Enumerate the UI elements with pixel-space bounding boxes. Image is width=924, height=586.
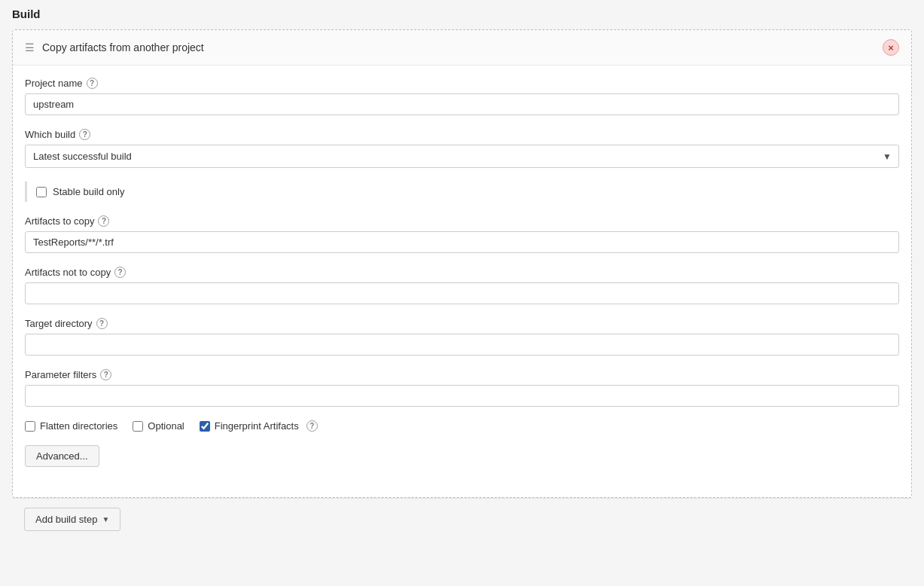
which-build-label: Which build ? [25, 129, 899, 140]
card-header: ☰ Copy artifacts from another project × [13, 30, 911, 66]
optional-checkbox[interactable] [133, 421, 143, 432]
target-directory-help-icon[interactable]: ? [96, 318, 108, 329]
which-build-help-icon[interactable]: ? [79, 129, 90, 140]
parameter-filters-input[interactable] [25, 385, 899, 407]
project-name-input[interactable] [25, 93, 899, 115]
flatten-directories-checkbox[interactable] [25, 421, 35, 432]
stable-build-checkbox[interactable] [36, 187, 47, 197]
card-title: Copy artifacts from another project [42, 41, 204, 53]
flatten-directories-label[interactable]: Flatten directories [40, 420, 117, 432]
advanced-button[interactable]: Advanced... [25, 445, 99, 467]
close-button[interactable]: × [883, 39, 899, 56]
artifacts-not-to-copy-input[interactable] [25, 282, 899, 304]
target-directory-input[interactable] [25, 334, 899, 356]
add-build-step-button[interactable]: Add build step ▼ [24, 508, 120, 531]
target-directory-label: Target directory ? [25, 318, 899, 329]
card-header-left: ☰ Copy artifacts from another project [25, 41, 204, 53]
fingerprint-artifacts-checkbox[interactable] [200, 421, 210, 432]
artifacts-not-to-copy-help-icon[interactable]: ? [114, 267, 126, 278]
card-body: Project name ? Which build ? Latest succ… [13, 66, 911, 497]
artifacts-to-copy-group: Artifacts to copy ? [25, 215, 899, 253]
parameter-filters-help-icon[interactable]: ? [100, 369, 111, 380]
flatten-directories-item: Flatten directories [25, 420, 117, 432]
fingerprint-artifacts-item: Fingerprint Artifacts ? [200, 420, 318, 432]
page-title: Build [12, 8, 912, 20]
project-name-label: Project name ? [25, 78, 899, 89]
stable-build-row: Stable build only [25, 182, 899, 202]
project-name-help-icon[interactable]: ? [87, 78, 98, 89]
stable-build-label[interactable]: Stable build only [53, 186, 124, 197]
dropdown-arrow-icon: ▼ [102, 515, 109, 523]
target-directory-group: Target directory ? [25, 318, 899, 356]
artifacts-to-copy-label: Artifacts to copy ? [25, 215, 899, 227]
project-name-group: Project name ? [25, 78, 899, 115]
build-card: ☰ Copy artifacts from another project × … [12, 29, 912, 498]
which-build-group: Which build ? Latest successful build La… [25, 129, 899, 168]
parameter-filters-group: Parameter filters ? [25, 369, 899, 407]
artifacts-to-copy-input[interactable] [25, 231, 899, 253]
fingerprint-artifacts-label[interactable]: Fingerprint Artifacts [215, 420, 299, 432]
parameter-filters-label: Parameter filters ? [25, 369, 899, 380]
footer-bar: Add build step ▼ [12, 498, 912, 540]
optional-item: Optional [133, 420, 184, 432]
artifacts-to-copy-help-icon[interactable]: ? [98, 215, 109, 227]
artifacts-not-to-copy-group: Artifacts not to copy ? [25, 267, 899, 304]
checkboxes-row: Flatten directories Optional Fingerprint… [25, 420, 899, 432]
fingerprint-artifacts-help-icon[interactable]: ? [306, 420, 318, 432]
optional-label[interactable]: Optional [148, 420, 184, 432]
which-build-select-wrapper: Latest successful build Latest build Spe… [25, 145, 899, 168]
artifacts-not-to-copy-label: Artifacts not to copy ? [25, 267, 899, 278]
which-build-select[interactable]: Latest successful build Latest build Spe… [25, 145, 899, 168]
drag-icon[interactable]: ☰ [25, 41, 35, 53]
